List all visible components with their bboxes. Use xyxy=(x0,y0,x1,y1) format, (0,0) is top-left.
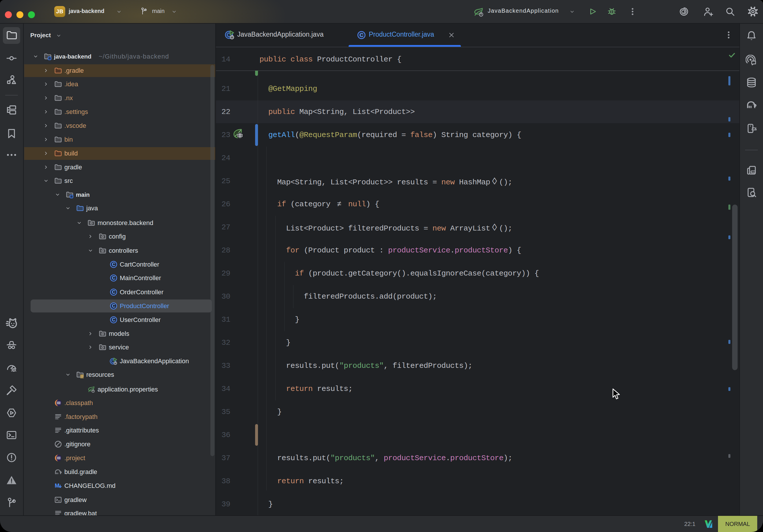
svg-text:M: M xyxy=(55,482,59,489)
svg-text:C: C xyxy=(112,303,115,309)
svg-text:C: C xyxy=(360,32,364,38)
svg-text:C: C xyxy=(112,262,115,267)
svg-text:C: C xyxy=(112,289,115,295)
svg-text:C: C xyxy=(112,275,115,281)
svg-text:C: C xyxy=(112,317,115,323)
